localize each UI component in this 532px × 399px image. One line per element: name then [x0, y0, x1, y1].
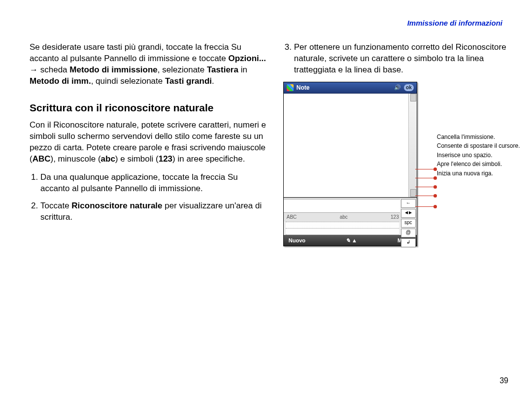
step-3: Per ottenere un funzionamento corretto d… — [294, 42, 517, 76]
callouts-list: Cancella l'immissione. Consente di spost… — [437, 133, 532, 179]
callout-leader — [415, 206, 435, 207]
callout-leader — [415, 178, 435, 178]
window-title: Note — [297, 84, 310, 92]
callout-leader — [415, 196, 435, 196]
callout-cancel: Cancella l'immissione. — [437, 133, 532, 140]
text: . — [212, 76, 214, 86]
label-123: 123 — [159, 154, 172, 164]
arrow: → — [30, 65, 40, 74]
right-column: Per ottenere un funzionamento corretto d… — [283, 42, 517, 246]
text: ) e simboli ( — [115, 154, 159, 164]
left-column: Se desiderate usare tasti più grandi, to… — [30, 42, 268, 246]
steps-list-continued: Per ottenere un funzionamento corretto d… — [283, 42, 517, 76]
label-metodo: Metodo di immissione — [69, 65, 158, 74]
mode-abc-lower[interactable]: abc — [340, 214, 348, 221]
cursor-button[interactable]: ◀ ▶ — [401, 209, 416, 218]
step-2: Toccate Riconoscitore naturale per visua… — [40, 200, 268, 223]
steps-list: Da una qualunque applicazione, toccate l… — [30, 172, 268, 223]
mode-123[interactable]: 123 — [391, 214, 399, 221]
label-metodo-imm: Metodo di imm. — [30, 76, 91, 86]
section-heading: Scrittura con il riconoscitore naturale — [30, 101, 268, 115]
note-canvas[interactable] — [284, 94, 417, 197]
speaker-icon[interactable]: 🔊 — [394, 84, 401, 91]
text: ) in aree specifiche. — [172, 154, 245, 164]
vertical-scrollbar[interactable] — [408, 94, 417, 197]
text: in — [238, 65, 247, 74]
text: , quindi selezionate — [91, 76, 165, 86]
mode-abc-upper[interactable]: ABC — [287, 214, 297, 221]
section-header: Immissione di informazioni — [407, 19, 502, 27]
symbols-button[interactable]: @ — [401, 229, 416, 237]
input-side-buttons: ← ◀ ▶ spc @ ↲ — [401, 199, 416, 247]
mode-labels-row: ABC abc 123 — [284, 213, 417, 222]
page-number: 39 — [499, 376, 508, 385]
callout-space: Inserisce uno spazio. — [437, 152, 532, 159]
callout-leader — [415, 169, 435, 169]
input-method-toggle[interactable]: ✎ ▲ — [346, 237, 357, 244]
writing-guide-dashed[interactable] — [286, 222, 399, 229]
text: , selezionate — [158, 65, 207, 74]
enter-button[interactable]: ↲ — [401, 238, 416, 247]
label-riconoscitore: Riconoscitore naturale — [71, 201, 162, 210]
callout-leader — [415, 187, 435, 187]
text: scheda — [40, 65, 70, 74]
start-icon[interactable] — [287, 84, 294, 91]
writing-guide-dashed[interactable] — [286, 229, 399, 235]
backspace-button[interactable]: ← — [401, 199, 416, 208]
callout-symbols: Apre l'elenco dei simboli. — [437, 161, 532, 167]
text: Se desiderate usare tasti più grandi, to… — [30, 42, 241, 63]
menu-nuovo[interactable]: Nuovo — [289, 237, 305, 244]
callout-cursor: Consente di spostare il cursore. — [437, 142, 532, 149]
text: Toccate — [40, 201, 71, 210]
device-screenshot: Note 🔊 ok ← ◀ ▶ spc @ ↲ — [283, 82, 417, 247]
space-button[interactable]: spc — [401, 219, 416, 228]
bottom-menu-bar: Nuovo ✎ ▲ Menu — [284, 235, 417, 246]
label-opzioni: Opzioni... — [229, 54, 266, 63]
input-panel: ← ◀ ▶ spc @ ↲ ABC abc 123 — [284, 197, 417, 235]
label-abc-upper: ABC — [33, 154, 51, 164]
writing-line[interactable] — [284, 199, 400, 213]
label-abc-lower: abc — [101, 154, 115, 164]
description-paragraph: Con il Riconoscitore naturale, potete sc… — [30, 120, 268, 165]
step-1: Da una qualunque applicazione, toccate l… — [40, 172, 268, 195]
callout-newline: Inizia una nuova riga. — [437, 170, 532, 177]
label-tasti-grandi: Tasti grandi — [165, 76, 212, 86]
intro-paragraph: Se desiderate usare tasti più grandi, to… — [30, 42, 268, 87]
ok-button[interactable]: ok — [404, 84, 414, 91]
window-titlebar: Note 🔊 ok — [284, 82, 417, 94]
label-tastiera: Tastiera — [207, 65, 238, 74]
text: ), minuscole ( — [51, 154, 101, 164]
